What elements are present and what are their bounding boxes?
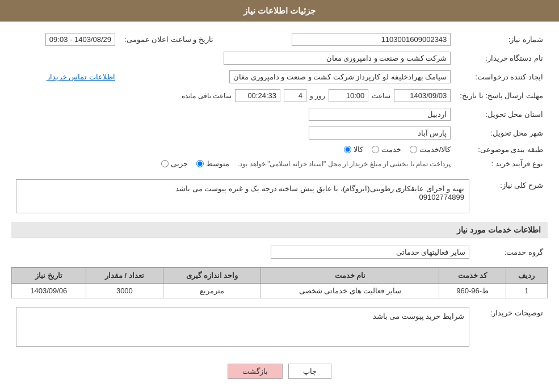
buyer-org-value: شرکت کشت و صنعت و دامپروری مغان [224,52,451,65]
category-option-khedmat[interactable]: خدمت [372,145,401,154]
row-buyer-desc: توصیحات خریدار: شرایط خرید پیوست می باشد [11,304,548,349]
row-need-number: شماره نیاز: 1103001609002343 تاریخ و ساع… [11,30,548,49]
service-group-value: سایر فعالیتهای خدماتی [271,246,469,259]
purchase-type-jozi-radio[interactable] [161,160,169,167]
need-desc-label: شرح کلی نیاز: [474,176,548,216]
deadline-row: 1403/09/03 ساعت 10:00 روز و 4 00:24:33 س… [16,89,451,102]
main-info-table: شماره نیاز: 1103001609002343 تاریخ و ساع… [11,30,548,171]
buyer-desc-table: توصیحات خریدار: شرایط خرید پیوست می باشد [11,304,548,349]
services-table: ردیف کد خدمت نام خدمت واحد اندازه گیری ت… [11,267,548,298]
col-header-code: کد خدمت [439,268,506,284]
buyer-desc-label: توصیحات خریدار: [474,304,548,349]
col-header-row: ردیف [506,268,547,284]
province-value: اردبیل [309,108,451,121]
service-group-table: گروه خدمت: سایر فعالیتهای خدماتی [11,243,548,262]
deadline-day-label: روز و [310,92,325,100]
buyer-desc-box: شرایط خرید پیوست می باشد [16,307,469,347]
purchase-type-motavasset[interactable]: متوسط [196,159,229,168]
back-button[interactable]: بازگشت [228,364,283,379]
announce-value: 1403/08/29 - 09:03 [45,33,115,46]
purchase-type-row: پرداخت تمام یا بخشی از مبلغ خریدار از مح… [16,159,451,168]
category-khedmat-radio[interactable] [372,146,379,153]
deadline-days: 4 [284,89,306,102]
table-row: 1ط-96-960سایر فعالیت های خدماتی شخصیمترم… [12,284,548,298]
category-label: طبقه بندی موضوعی: [455,142,548,157]
announce-label: تاریخ و ساعت اعلان عمومی: [120,30,225,49]
need-desc-table: شرح کلی نیاز: تهیه و اجرای عایقکاری رطوب… [11,176,548,216]
requester-label: ایجاد کننده درخواست: [455,68,548,86]
col-header-date: تاریخ نیاز [12,268,86,284]
col-header-unit: واحد اندازه گیری [163,268,261,284]
row-need-desc: شرح کلی نیاز: تهیه و اجرای عایقکاری رطوب… [11,176,548,216]
row-purchase-type: نوع فرآیند خرید : پرداخت تمام یا بخشی از… [11,157,548,171]
row-requester: ایجاد کننده درخواست: سیامک بهرادخلیفه لو… [11,68,548,86]
purchase-type-jozi-label: جزیی [171,159,188,168]
deadline-label: مهلت ارسال پاسخ: تا تاریخ: [455,86,548,105]
category-kala-radio[interactable] [344,146,351,153]
print-button[interactable]: چاپ [288,364,331,379]
purchase-type-note: پرداخت تمام یا بخشی از مبلغ خریدار از مح… [238,160,451,168]
col-header-quantity: تعداد / مقدار [86,268,163,284]
table-cell-unit: مترمربع [163,284,261,298]
deadline-date: 1403/09/03 [394,89,451,102]
category-kala-khedmat-label: کالا/خدمت [419,145,451,154]
row-category: طبقه بندی موضوعی: کالا/خدمت خدمت کالا [11,142,548,157]
category-khedmat-label: خدمت [381,145,401,154]
deadline-remaining: 00:24:33 [235,89,280,102]
services-table-header-row: ردیف کد خدمت نام خدمت واحد اندازه گیری ت… [12,268,548,284]
need-desc-text: تهیه و اجرای عایقکاری رطوبتی(ایزوگام)، ب… [175,184,464,201]
category-kala-khedmat-radio[interactable] [410,146,417,153]
purchase-type-jozi[interactable]: جزیی [161,159,188,168]
need-number-label: شماره نیاز: [455,30,548,49]
purchase-type-motavasset-label: متوسط [206,159,229,168]
service-group-label: گروه خدمت: [474,243,548,262]
requester-value: سیامک بهرادخلیفه لو کارپرداز شرکت کشت و … [229,70,451,83]
category-kala-label: کالا [354,145,363,154]
row-city: شهر محل تحویل: پارس آباد [11,124,548,142]
purchase-type-motavasset-radio[interactable] [196,160,204,167]
deadline-time-label: ساعت [372,92,390,100]
table-cell-code: ط-96-960 [439,284,506,298]
deadline-time: 10:00 [329,89,368,102]
row-service-group: گروه خدمت: سایر فعالیتهای خدماتی [11,243,548,262]
category-radio-group: کالا/خدمت خدمت کالا [16,145,451,154]
province-label: استان محل تحویل: [455,105,548,124]
need-number-value: 1103001609002343 [292,33,451,46]
need-desc-value: تهیه و اجرای عایقکاری رطوبتی(ایزوگام)، ب… [16,179,469,213]
page-title: جزئیات اطلاعات نیاز [243,6,316,15]
category-option-kala[interactable]: کالا [344,145,363,154]
table-cell-quantity: 3000 [86,284,163,298]
main-content: شماره نیاز: 1103001609002343 تاریخ و ساع… [0,22,559,392]
services-section-header: اطلاعات خدمات مورد نیاز [11,222,548,238]
buyer-org-label: نام دستگاه خریدار: [455,49,548,68]
deadline-remaining-label: ساعت باقی مانده [182,92,232,100]
requester-link[interactable]: اطلاعات تماس خریدار [47,73,115,81]
city-label: شهر محل تحویل: [455,124,548,142]
purchase-type-label: نوع فرآیند خرید : [455,157,548,171]
page-wrapper: جزئیات اطلاعات نیاز شماره نیاز: 11030016… [0,0,559,392]
table-cell-name: سایر فعالیت های خدماتی شخصی [261,284,439,298]
footer-buttons: چاپ بازگشت [11,355,548,387]
page-header: جزئیات اطلاعات نیاز [0,0,559,22]
table-cell-date: 1403/09/06 [12,284,86,298]
buyer-desc-value: شرایط خرید پیوست می باشد [373,312,464,321]
row-deadline: مهلت ارسال پاسخ: تا تاریخ: 1403/09/03 سا… [11,86,548,105]
table-cell-row: 1 [506,284,547,298]
row-province: استان محل تحویل: اردبیل [11,105,548,124]
col-header-name: نام خدمت [261,268,439,284]
row-buyer-org: نام دستگاه خریدار: شرکت کشت و صنعت و دام… [11,49,548,68]
city-value: پارس آباد [309,127,451,140]
category-option-kala-khedmat[interactable]: کالا/خدمت [410,145,451,154]
